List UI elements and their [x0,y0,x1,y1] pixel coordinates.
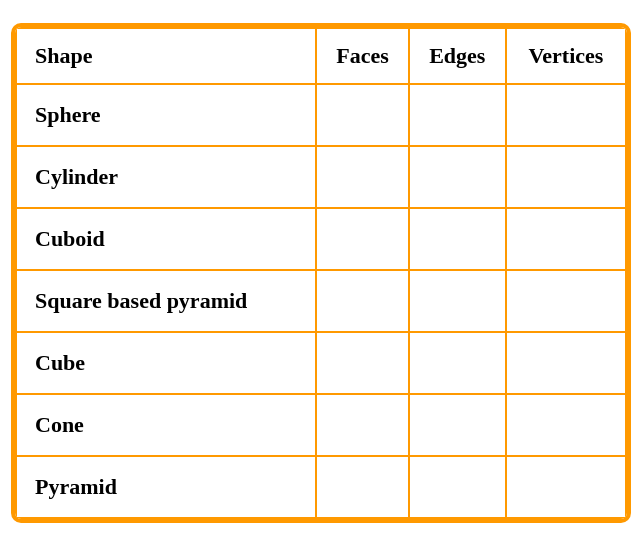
cell-vertices [506,84,626,146]
table-row: Square based pyramid [16,270,626,332]
cell-shape: Cylinder [16,146,316,208]
cell-edges [409,84,506,146]
shapes-table-wrapper: Shape Faces Edges Vertices SphereCylinde… [11,23,631,523]
cell-faces [316,84,408,146]
cell-shape: Sphere [16,84,316,146]
table-row: Cuboid [16,208,626,270]
header-shape: Shape [16,28,316,84]
cell-edges [409,270,506,332]
cell-faces [316,146,408,208]
cell-vertices [506,394,626,456]
cell-faces [316,332,408,394]
table-row: Sphere [16,84,626,146]
cell-shape: Cone [16,394,316,456]
cell-vertices [506,270,626,332]
cell-faces [316,456,408,518]
cell-shape: Cuboid [16,208,316,270]
cell-shape: Square based pyramid [16,270,316,332]
table-header-row: Shape Faces Edges Vertices [16,28,626,84]
cell-faces [316,208,408,270]
cell-faces [316,270,408,332]
table-row: Cone [16,394,626,456]
cell-faces [316,394,408,456]
cell-vertices [506,456,626,518]
cell-vertices [506,332,626,394]
cell-shape: Cube [16,332,316,394]
cell-edges [409,208,506,270]
table-row: Pyramid [16,456,626,518]
shapes-table: Shape Faces Edges Vertices SphereCylinde… [15,27,627,519]
cell-shape: Pyramid [16,456,316,518]
header-faces: Faces [316,28,408,84]
cell-edges [409,332,506,394]
cell-edges [409,456,506,518]
cell-edges [409,394,506,456]
table-row: Cylinder [16,146,626,208]
header-edges: Edges [409,28,506,84]
cell-edges [409,146,506,208]
header-vertices: Vertices [506,28,626,84]
cell-vertices [506,208,626,270]
cell-vertices [506,146,626,208]
table-row: Cube [16,332,626,394]
